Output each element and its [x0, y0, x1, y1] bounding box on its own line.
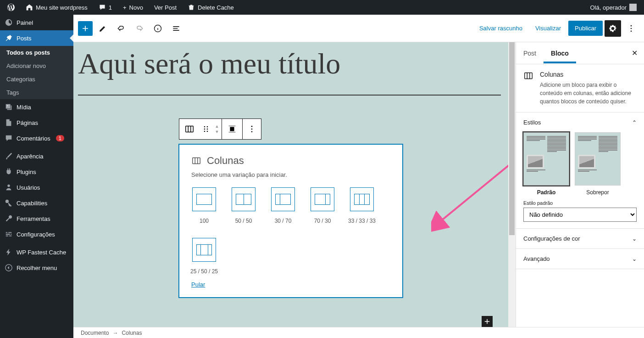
add-block-toggle[interactable]	[78, 21, 93, 36]
breadcrumb-block[interactable]: Colunas	[122, 330, 142, 336]
chevron-up-icon: ▲	[215, 124, 219, 129]
style-default[interactable]: Padrão	[523, 132, 569, 196]
chevron-down-icon: ▼	[215, 130, 219, 134]
color-panel-toggle[interactable]: Configurações de cor ⌄	[516, 229, 644, 248]
chevron-down-icon: ⌄	[632, 256, 637, 262]
svg-point-10	[207, 126, 208, 128]
default-style-select[interactable]: Não definido	[523, 208, 637, 222]
svg-point-1	[7, 185, 10, 187]
sidebar-item-settings[interactable]: Configurações	[0, 226, 73, 242]
variation-option[interactable]: 25 / 50 / 25	[191, 238, 217, 275]
move-updown[interactable]: ▲▼	[212, 119, 222, 139]
edit-mode-button[interactable]	[94, 20, 111, 37]
delete-cache-link[interactable]: Delete Cache	[184, 0, 238, 15]
svg-point-6	[631, 28, 632, 29]
view-post-link[interactable]: Ver Post	[150, 0, 180, 15]
page-icon	[5, 118, 13, 127]
separator-block	[78, 95, 501, 96]
comments-badge: 1	[56, 135, 64, 141]
variation-option[interactable]: 50 / 50	[231, 187, 256, 224]
post-title[interactable]: Aqui será o meu título	[73, 42, 508, 95]
chevron-down-icon: ⌄	[632, 236, 637, 242]
sidebar-item-comments[interactable]: Comentários 1	[0, 130, 73, 146]
settings-button[interactable]	[605, 20, 621, 37]
drag-handle[interactable]	[200, 119, 212, 139]
svg-point-18	[251, 131, 253, 133]
svg-point-17	[251, 129, 253, 130]
block-type-button[interactable]	[179, 119, 200, 139]
sidebar-sub-tags[interactable]: Tags	[0, 86, 73, 99]
sidebar-sub-add-new[interactable]: Adicionar novo	[0, 59, 73, 73]
pin-icon	[5, 34, 13, 42]
variation-option[interactable]: 30 / 70	[270, 187, 296, 224]
inspector-panel: Post Bloco ✕ Colunas Adicione um bloco p…	[516, 42, 644, 327]
media-icon	[5, 103, 13, 111]
info-button[interactable]	[150, 20, 166, 37]
svg-rect-15	[230, 127, 234, 131]
key-icon	[5, 199, 13, 207]
sidebar-item-tools[interactable]: Ferramentas	[0, 211, 73, 226]
publish-button[interactable]: Publicar	[568, 21, 603, 36]
redo-button[interactable]	[131, 20, 148, 37]
brush-icon	[5, 152, 13, 160]
advanced-panel-toggle[interactable]: Avançado ⌄	[516, 249, 644, 269]
svg-point-2	[6, 200, 9, 203]
svg-point-12	[207, 129, 208, 130]
more-button[interactable]	[623, 20, 639, 37]
wp-logo[interactable]	[4, 0, 18, 15]
sidebar-item-media[interactable]: Mídia	[0, 99, 73, 115]
sidebar-item-posts[interactable]: Posts	[0, 30, 73, 46]
sliders-icon	[5, 230, 13, 238]
sidebar-item-dashboard[interactable]: Painel	[0, 15, 73, 30]
trash-icon	[188, 4, 195, 11]
svg-rect-8	[186, 126, 194, 132]
style-overlay[interactable]: Sobrepor	[575, 132, 621, 196]
save-draft-button[interactable]: Salvar rascunho	[474, 20, 528, 36]
sidebar-item-wpfc[interactable]: WP Fastest Cache	[0, 244, 73, 260]
site-name-link[interactable]: Meu site wordpress	[22, 0, 91, 15]
preview-button[interactable]: Visualizar	[530, 20, 566, 36]
sidebar-item-appearance[interactable]: Aparência	[0, 148, 73, 164]
inspector-block-desc: Adicione um bloco para exibir o conteúdo…	[540, 81, 637, 106]
svg-point-0	[7, 105, 8, 107]
block-more-button[interactable]	[243, 119, 261, 139]
align-button[interactable]	[222, 119, 242, 139]
placeholder-title: Colunas	[207, 155, 244, 167]
svg-point-9	[204, 126, 205, 128]
variation-option[interactable]: 100	[191, 187, 217, 224]
sidebar-item-capabilities[interactable]: Capabilities	[0, 195, 73, 211]
styles-panel-toggle[interactable]: Estilos ⌃	[516, 113, 644, 132]
admin-bar: Meu site wordpress 1 + Novo Ver Post Del…	[0, 0, 644, 15]
variation-option[interactable]: 33 / 33 / 33	[349, 187, 375, 224]
outline-button[interactable]	[168, 20, 184, 37]
svg-point-7	[631, 30, 632, 32]
skip-link[interactable]: Pular	[191, 281, 205, 288]
sidebar-item-pages[interactable]: Páginas	[0, 115, 73, 130]
close-inspector-button[interactable]: ✕	[625, 42, 644, 64]
sidebar-sub-all-posts[interactable]: Todos os posts	[0, 46, 73, 59]
avatar	[629, 4, 637, 11]
sidebar-item-users[interactable]: Usuários	[0, 180, 73, 195]
comment-icon	[99, 4, 106, 11]
sidebar-sub-categories[interactable]: Categorias	[0, 73, 73, 86]
variation-label: 33 / 33 / 33	[348, 218, 376, 224]
tab-block[interactable]: Bloco	[544, 43, 576, 63]
editor-header: Salvar rascunho Visualizar Publicar	[73, 15, 644, 42]
variation-label: 30 / 70	[275, 218, 292, 224]
variation-option[interactable]: 70 / 30	[310, 187, 335, 224]
sidebar-item-plugins[interactable]: Plugins	[0, 164, 73, 180]
new-content-link[interactable]: + Novo	[119, 0, 147, 15]
sidebar-collapse[interactable]: Recolher menu	[0, 260, 73, 276]
users-icon	[5, 183, 13, 192]
comments-count: 1	[109, 4, 112, 11]
comments-link[interactable]: 1	[95, 0, 116, 15]
append-block-button[interactable]	[482, 316, 493, 327]
comment-icon	[5, 134, 13, 142]
user-greeting[interactable]: Olá, operador	[587, 0, 641, 15]
undo-button[interactable]	[113, 20, 129, 37]
breadcrumb-doc[interactable]: Documento	[81, 330, 109, 336]
block-breadcrumb: Documento → Colunas	[73, 327, 644, 338]
tab-post[interactable]: Post	[516, 43, 544, 63]
canvas-scrollbar[interactable]	[508, 42, 516, 327]
editor-canvas[interactable]: Aqui será o meu título ▲▼	[73, 42, 508, 327]
